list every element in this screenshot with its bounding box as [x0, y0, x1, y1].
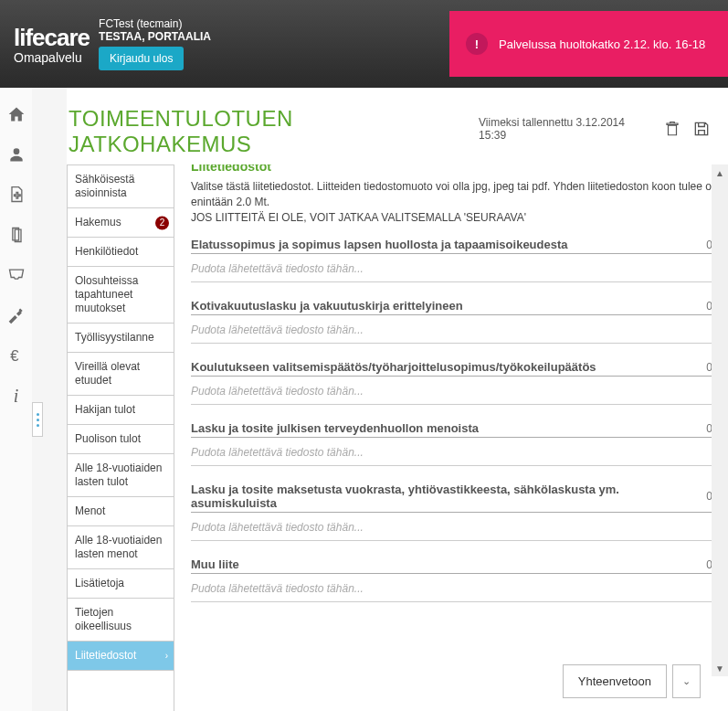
attach-group: Lasku ja tosite maksetusta vuokrasta, yh…: [191, 483, 723, 541]
nav-item-menot[interactable]: Menot: [68, 497, 174, 526]
user-info: FCTest (tecmain) TESTAA, PORTAALIA Kirja…: [99, 17, 211, 70]
drop-placeholder: Pudota lähetettävä tiedosto tähän...: [191, 324, 364, 336]
drop-placeholder: Pudota lähetettävä tiedosto tähän...: [191, 582, 364, 595]
drop-placeholder: Pudota lähetettävä tiedosto tähän...: [191, 385, 364, 398]
scroll-down-icon[interactable]: ▼: [712, 660, 728, 676]
nav-item-tyollisyys[interactable]: Työllisyystilanne: [68, 324, 174, 353]
drop-placeholder: Pudota lähetettävä tiedosto tähän...: [191, 262, 364, 275]
attach-label: Lasku ja tosite maksetusta vuokrasta, yh…: [191, 483, 706, 510]
home-icon[interactable]: [6, 104, 26, 124]
documents-icon[interactable]: [6, 225, 26, 245]
nav-item-oikeellisuus[interactable]: Tietojen oikeellisuus: [68, 599, 174, 642]
attach-group: Lasku ja tosite julkisen terveydenhuollo…: [191, 421, 723, 466]
delete-icon[interactable]: [662, 118, 682, 140]
attach-label: Muu liite: [191, 557, 239, 571]
attach-group: Muu liite0⌄ Pudota lähetettävä tiedosto …: [191, 557, 723, 602]
nav-item-hakijantulot[interactable]: Hakijan tulot: [68, 396, 174, 425]
nav-item-lisatietoja[interactable]: Lisätietoja: [68, 569, 174, 599]
alert-banner: ! Palvelussa huoltokatko 2.12. klo. 16-1…: [449, 11, 728, 77]
info-icon[interactable]: i: [6, 386, 26, 406]
attach-label: Lasku ja tosite julkisen terveydenhuollo…: [191, 421, 479, 435]
scrollbar[interactable]: ▲ ▼: [712, 164, 728, 676]
user-name: TESTAA, PORTAALIA: [99, 30, 211, 43]
person-icon[interactable]: [6, 144, 26, 164]
title-row: TOIMEENTULOTUEN JATKOHAKEMUS Viimeksi ta…: [67, 106, 728, 164]
logo-sub: Omapalvelu: [14, 50, 90, 65]
attach-dropzone[interactable]: Pudota lähetettävä tiedosto tähän...+: [191, 377, 723, 405]
nav-badge: 2: [155, 216, 169, 229]
euro-icon[interactable]: €: [6, 345, 26, 366]
nav-item-henkilotiedot[interactable]: Henkilötiedot: [68, 238, 174, 267]
attach-group: Kotivakuutuslasku ja vakuutuskirja eritt…: [191, 299, 723, 344]
nav-item-hakemus[interactable]: Hakemus2: [68, 208, 174, 238]
attach-group: Koulutukseen valitsemispäätös/työharjoit…: [191, 360, 723, 405]
drop-placeholder: Pudota lähetettävä tiedosto tähän...: [191, 521, 364, 534]
sidebar-drag-handle[interactable]: [32, 402, 43, 437]
logo-block: lifecare Omapalvelu: [14, 24, 90, 65]
nav-item-puolisontulot[interactable]: Puolison tulot: [68, 425, 174, 454]
alert-icon: !: [466, 33, 488, 55]
scroll-up-icon[interactable]: ▲: [712, 164, 728, 181]
inbox-icon[interactable]: [6, 265, 26, 285]
nav-item-olosuhteet[interactable]: Olosuhteissa tapahtuneet muutokset: [68, 267, 174, 324]
attach-label: Koulutukseen valitsemispäätös/työharjoit…: [191, 360, 596, 374]
nav-item-lastentulot[interactable]: Alle 18-vuotiaiden lasten tulot: [68, 454, 174, 497]
attach-dropzone[interactable]: Pudota lähetettävä tiedosto tähän...+: [191, 315, 723, 344]
attach-dropzone[interactable]: Pudota lähetettävä tiedosto tähän...+: [191, 438, 723, 466]
bottom-bar: Yhteenvetoon ⌄: [563, 664, 701, 698]
nav-item-asiointi[interactable]: Sähköisestä asioinnista: [68, 165, 174, 208]
section-heading: Liitetiedostot: [191, 164, 723, 174]
attach-dropzone[interactable]: Pudota lähetettävä tiedosto tähän...+: [191, 513, 723, 541]
user-context: FCTest (tecmain): [99, 17, 211, 30]
attach-group: Elatussopimus ja sopimus lapsen huollost…: [191, 238, 723, 282]
svg-text:€: €: [10, 347, 19, 365]
next-dropdown-button[interactable]: ⌄: [672, 664, 701, 698]
app-header: lifecare Omapalvelu FCTest (tecmain) TES…: [0, 0, 728, 88]
page-title: TOIMEENTULOTUEN JATKOHAKEMUS: [69, 106, 479, 157]
next-button[interactable]: Yhteenvetoon: [563, 664, 667, 698]
attach-label: Kotivakuutuslasku ja vakuutuskirja eritt…: [191, 299, 463, 313]
alert-text: Palvelussa huoltokatko 2.12. klo. 16-18: [499, 37, 705, 51]
save-icon[interactable]: [691, 118, 712, 140]
attach-dropzone[interactable]: Pudota lähetettävä tiedosto tähän...+: [191, 254, 723, 282]
icon-sidebar: € i: [0, 88, 32, 711]
logo-main: lifecare: [14, 24, 90, 52]
nav-item-liitetiedostot[interactable]: Liitetiedostot›: [68, 642, 174, 671]
document-add-icon[interactable]: [6, 185, 26, 205]
logout-button[interactable]: Kirjaudu ulos: [99, 47, 184, 70]
last-saved: Viimeksi tallennettu 3.12.2014 15:39: [479, 116, 653, 142]
gavel-icon[interactable]: [6, 305, 26, 325]
chevron-right-icon: ›: [165, 650, 168, 662]
attach-dropzone[interactable]: Pudota lähetettävä tiedosto tähän...+: [191, 574, 723, 602]
nav-item-etuudet[interactable]: Vireillä olevat etuudet: [68, 353, 174, 396]
section-intro: Valitse tästä liitetiedostot. Liitteiden…: [191, 179, 723, 225]
nav-item-lastenmenot[interactable]: Alle 18-vuotiaiden lasten menot: [68, 526, 174, 569]
form-nav: Sähköisestä asioinnista Hakemus2 Henkilö…: [67, 164, 174, 711]
form-panel: Liitetiedostot Valitse tästä liitetiedos…: [174, 164, 728, 711]
attach-label: Elatussopimus ja sopimus lapsen huollost…: [191, 238, 568, 251]
drop-placeholder: Pudota lähetettävä tiedosto tähän...: [191, 446, 364, 459]
content-area: TOIMEENTULOTUEN JATKOHAKEMUS Viimeksi ta…: [67, 88, 728, 711]
